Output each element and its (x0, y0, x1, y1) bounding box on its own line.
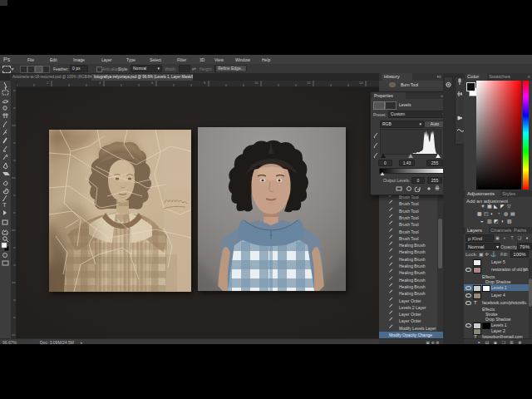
svg-text:10: 10 (254, 81, 259, 85)
svg-text:14: 14 (359, 81, 363, 85)
svg-text:6: 6 (151, 81, 154, 85)
svg-text:2: 2 (47, 81, 49, 85)
svg-text:4: 4 (99, 81, 101, 85)
svg-text:8: 8 (204, 81, 206, 85)
svg-text:12: 12 (307, 81, 311, 85)
svg-text:T: T (2, 201, 7, 209)
